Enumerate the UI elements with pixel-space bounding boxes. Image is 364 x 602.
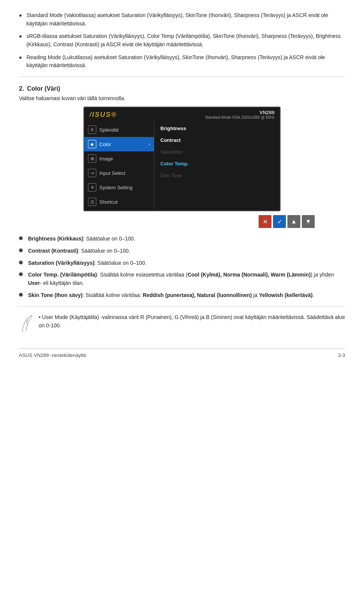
footer-product: ASUS VN289 -nestekidenäyttö [19, 352, 86, 358]
image-label: Image [99, 156, 113, 162]
page-content: • Standard Mode (Vakiotilassa) asetukset… [19, 11, 345, 358]
osd-menu-input-select[interactable]: ⇒ Input Select [84, 166, 154, 180]
osd-menu-system-setting[interactable]: ✕ System Setting [84, 180, 154, 195]
section-number: 2. [19, 85, 24, 92]
shortcut-label: Shortcut [99, 199, 118, 205]
osd-submenu-saturation: Saturation [154, 146, 280, 158]
bullet-text-brightness: Brightness (Kirkkaus): Säätöalue on 0–10… [28, 235, 135, 243]
bullet-text-3: Reading Mode (Lukutilassa) asetukset Sat… [27, 53, 345, 70]
bullet-item-2: • sRGB-tilassa asetukset Saturation (Vär… [19, 32, 345, 49]
image-icon: ⊞ [88, 154, 96, 163]
top-bullets: • Standard Mode (Vakiotilassa) asetukset… [19, 11, 345, 70]
bullet-text-contrast: Contrast (Kontrasti): Säätöalue on 0–100… [28, 247, 130, 255]
footer-page: 3-3 [338, 352, 345, 358]
splendid-label: Splendid [99, 127, 119, 133]
feather-icon [19, 314, 33, 333]
osd-submenu-brightness[interactable]: Brightness [154, 123, 280, 134]
shortcut-icon: ⊡ [88, 198, 96, 206]
bullet-dot-3: • [19, 53, 22, 63]
osd-btn-cancel[interactable]: ✕ [259, 215, 271, 228]
osd-submenu-contrast[interactable]: Contract [154, 134, 280, 146]
color-icon: ◉ [88, 140, 96, 148]
note-text: • User Mode (Käyttäjätila) -valinnassa v… [39, 313, 345, 330]
bullet-dot-contrast [19, 248, 23, 252]
bullet-text-1: Standard Mode (Vakiotilassa) asetukset S… [27, 11, 345, 28]
osd-body: S Splendid ◉ Color › ⊞ Image ⇒ Input Se [84, 121, 280, 211]
bullet-dot-skintone [19, 293, 23, 297]
osd-model-info: VN289 Standard Mode VGA 1920x1080 @ 60Hz [205, 110, 275, 119]
bullet-item-3: • Reading Mode (Lukutilassa) asetukset S… [19, 53, 345, 70]
splendid-icon: S [88, 126, 96, 134]
system-setting-label: System Setting [99, 185, 132, 190]
osd-submenu-skin-tone: Skin Tone [154, 170, 280, 181]
osd-menu-splendid[interactable]: S Splendid [84, 123, 154, 137]
monitor-osd: /ISUS® VN289 Standard Mode VGA 1920x1080… [83, 107, 281, 211]
color-label: Color [99, 141, 111, 147]
input-select-label: Input Select [99, 170, 126, 176]
osd-model: VN289 [205, 110, 275, 115]
info-bullet-colortemp: Color Temp. (Värilämpötila): Sisältää ko… [19, 271, 345, 287]
note-section: • User Mode (Käyttäjätila) -valinnassa v… [19, 313, 345, 333]
osd-controls: ✕ ✓ ▲ ▼ [19, 215, 345, 228]
page-footer: ASUS VN289 -nestekidenäyttö 3-3 [19, 348, 345, 358]
input-select-icon: ⇒ [88, 169, 96, 177]
section-header: 2. Color (Väri) [19, 85, 345, 92]
info-bullet-saturation: Saturation (Värikylläisyys): Säätöalue o… [19, 259, 345, 267]
osd-menu-image[interactable]: ⊞ Image [84, 151, 154, 166]
osd-menu-shortcut[interactable]: ⊡ Shortcut [84, 195, 154, 209]
bullet-dot-colortemp [19, 272, 23, 276]
bullet-text-skintone: Skin Tone (Ihon sävy): Sisältää kolme vä… [28, 291, 314, 300]
bullet-item-1: • Standard Mode (Vakiotilassa) asetukset… [19, 11, 345, 28]
bullet-dot-saturation [19, 261, 23, 264]
bullet-dot-2: • [19, 31, 22, 41]
osd-menu: S Splendid ◉ Color › ⊞ Image ⇒ Input Se [84, 121, 154, 211]
bullet-text-saturation: Saturation (Värikylläisyys): Säätöalue o… [28, 259, 146, 267]
info-bullet-contrast: Contrast (Kontrasti): Säätöalue on 0–100… [19, 247, 345, 255]
section-subtitle: Valitse haluamasi kuvan väri tällä toimi… [19, 95, 345, 101]
info-bullets: Brightness (Kirkkaus): Säätöalue on 0–10… [19, 235, 345, 299]
info-bullet-brightness: Brightness (Kirkkaus): Säätöalue on 0–10… [19, 235, 345, 243]
osd-btn-up[interactable]: ▲ [287, 215, 300, 228]
osd-header: /ISUS® VN289 Standard Mode VGA 1920x1080… [84, 107, 280, 121]
osd-mode: Standard Mode VGA 1920x1080 @ 60Hz [205, 115, 275, 119]
system-setting-icon: ✕ [88, 183, 96, 192]
bullet-dot-1: • [19, 11, 22, 20]
bullet-dot-brightness [19, 236, 23, 240]
note-divider [19, 306, 345, 307]
osd-menu-color[interactable]: ◉ Color › [84, 137, 154, 151]
osd-submenu-color-temp[interactable]: Color Temp. [154, 158, 280, 170]
osd-btn-ok[interactable]: ✓ [273, 215, 286, 228]
osd-btn-down[interactable]: ▼ [302, 215, 315, 228]
color-arrow-icon: › [149, 141, 150, 147]
info-bullet-skintone: Skin Tone (Ihon sävy): Sisältää kolme vä… [19, 291, 345, 300]
bullet-text-colortemp: Color Temp. (Värilämpötila): Sisältää ko… [28, 271, 345, 287]
top-divider [19, 77, 345, 77]
bullet-text-2: sRGB-tilassa asetukset Saturation (Värik… [27, 32, 345, 49]
osd-submenu: Brightness Contract Saturation Color Tem… [154, 121, 280, 211]
asus-logo: /ISUS® [89, 111, 117, 119]
section-title: Color (Väri) [27, 85, 60, 92]
